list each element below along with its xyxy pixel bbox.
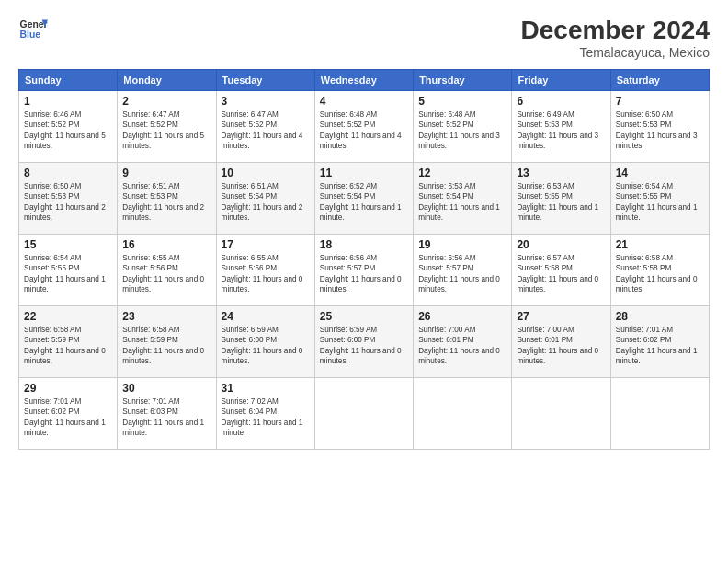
calendar-cell: 25Sunrise: 6:59 AM Sunset: 6:00 PM Dayli…	[314, 305, 413, 377]
calendar-header-row: SundayMondayTuesdayWednesdayThursdayFrid…	[19, 69, 710, 90]
calendar-week-row: 15Sunrise: 6:54 AM Sunset: 5:55 PM Dayli…	[19, 234, 710, 305]
day-number: 3	[222, 95, 310, 108]
calendar-cell	[314, 377, 413, 449]
day-number: 11	[320, 167, 408, 179]
main-title: December 2024	[521, 17, 710, 45]
day-info: Sunrise: 6:50 AM Sunset: 5:53 PM Dayligh…	[616, 109, 704, 152]
calendar-cell: 27Sunrise: 7:00 AM Sunset: 6:01 PM Dayli…	[512, 305, 610, 377]
day-info: Sunrise: 7:00 AM Sunset: 6:01 PM Dayligh…	[418, 325, 506, 367]
day-info: Sunrise: 6:47 AM Sunset: 5:52 PM Dayligh…	[222, 109, 310, 152]
day-info: Sunrise: 6:56 AM Sunset: 5:57 PM Dayligh…	[418, 253, 506, 295]
calendar-cell: 24Sunrise: 6:59 AM Sunset: 6:00 PM Dayli…	[216, 305, 314, 377]
day-info: Sunrise: 6:58 AM Sunset: 5:59 PM Dayligh…	[24, 325, 112, 367]
day-info: Sunrise: 7:01 AM Sunset: 6:02 PM Dayligh…	[24, 396, 112, 439]
day-number: 29	[24, 382, 112, 395]
day-info: Sunrise: 6:58 AM Sunset: 5:58 PM Dayligh…	[616, 253, 704, 295]
day-number: 16	[122, 238, 210, 251]
calendar-weekday-monday: Monday	[118, 69, 216, 90]
day-info: Sunrise: 6:54 AM Sunset: 5:55 PM Dayligh…	[24, 253, 112, 295]
calendar-cell: 14Sunrise: 6:54 AM Sunset: 5:55 PM Dayli…	[610, 162, 709, 234]
calendar-cell: 10Sunrise: 6:51 AM Sunset: 5:54 PM Dayli…	[216, 162, 314, 234]
calendar-cell: 29Sunrise: 7:01 AM Sunset: 6:02 PM Dayli…	[19, 377, 118, 449]
calendar-cell: 15Sunrise: 6:54 AM Sunset: 5:55 PM Dayli…	[19, 234, 118, 305]
day-number: 13	[517, 167, 605, 179]
day-number: 17	[222, 238, 310, 251]
calendar-cell: 2Sunrise: 6:47 AM Sunset: 5:52 PM Daylig…	[118, 90, 216, 162]
day-info: Sunrise: 7:00 AM Sunset: 6:01 PM Dayligh…	[517, 325, 605, 367]
logo-icon: General Blue	[18, 17, 48, 42]
day-number: 21	[616, 238, 704, 251]
day-number: 4	[320, 95, 408, 108]
calendar-table: SundayMondayTuesdayWednesdayThursdayFrid…	[18, 69, 710, 450]
calendar-cell: 23Sunrise: 6:58 AM Sunset: 5:59 PM Dayli…	[118, 305, 216, 377]
day-info: Sunrise: 6:50 AM Sunset: 5:53 PM Dayligh…	[24, 181, 112, 224]
day-number: 10	[222, 167, 310, 179]
calendar-week-row: 8Sunrise: 6:50 AM Sunset: 5:53 PM Daylig…	[19, 162, 710, 234]
calendar-weekday-thursday: Thursday	[414, 69, 512, 90]
svg-text:Blue: Blue	[20, 29, 41, 40]
calendar-weekday-wednesday: Wednesday	[314, 69, 413, 90]
calendar-cell: 12Sunrise: 6:53 AM Sunset: 5:54 PM Dayli…	[414, 162, 512, 234]
calendar-cell: 31Sunrise: 7:02 AM Sunset: 6:04 PM Dayli…	[216, 377, 314, 449]
calendar-cell: 9Sunrise: 6:51 AM Sunset: 5:53 PM Daylig…	[118, 162, 216, 234]
day-info: Sunrise: 6:54 AM Sunset: 5:55 PM Dayligh…	[616, 181, 704, 224]
day-info: Sunrise: 6:49 AM Sunset: 5:53 PM Dayligh…	[517, 109, 605, 152]
day-number: 7	[616, 95, 704, 108]
day-info: Sunrise: 6:55 AM Sunset: 5:56 PM Dayligh…	[122, 253, 210, 295]
calendar-cell: 26Sunrise: 7:00 AM Sunset: 6:01 PM Dayli…	[414, 305, 512, 377]
day-number: 31	[222, 382, 310, 395]
calendar-cell: 28Sunrise: 7:01 AM Sunset: 6:02 PM Dayli…	[610, 305, 709, 377]
day-info: Sunrise: 7:01 AM Sunset: 6:03 PM Dayligh…	[122, 396, 210, 439]
calendar-cell	[414, 377, 512, 449]
calendar-week-row: 22Sunrise: 6:58 AM Sunset: 5:59 PM Dayli…	[19, 305, 710, 377]
calendar-cell: 21Sunrise: 6:58 AM Sunset: 5:58 PM Dayli…	[610, 234, 709, 305]
day-number: 14	[616, 167, 704, 179]
day-number: 19	[418, 238, 506, 251]
day-number: 22	[24, 310, 112, 323]
calendar-cell: 30Sunrise: 7:01 AM Sunset: 6:03 PM Dayli…	[118, 377, 216, 449]
day-info: Sunrise: 6:56 AM Sunset: 5:57 PM Dayligh…	[320, 253, 408, 295]
calendar-cell	[512, 377, 610, 449]
calendar-cell: 1Sunrise: 6:46 AM Sunset: 5:52 PM Daylig…	[19, 90, 118, 162]
day-info: Sunrise: 6:47 AM Sunset: 5:52 PM Dayligh…	[122, 109, 210, 152]
day-info: Sunrise: 6:58 AM Sunset: 5:59 PM Dayligh…	[122, 325, 210, 367]
day-number: 18	[320, 238, 408, 251]
day-info: Sunrise: 6:48 AM Sunset: 5:52 PM Dayligh…	[320, 109, 408, 152]
day-number: 8	[24, 167, 112, 179]
calendar-weekday-sunday: Sunday	[19, 69, 118, 90]
day-number: 24	[222, 310, 310, 323]
calendar-weekday-tuesday: Tuesday	[216, 69, 314, 90]
title-block: December 2024 Temalacayuca, Mexico	[521, 17, 710, 60]
day-number: 12	[418, 167, 506, 179]
calendar-cell: 4Sunrise: 6:48 AM Sunset: 5:52 PM Daylig…	[314, 90, 413, 162]
calendar-cell	[610, 377, 709, 449]
calendar-cell: 17Sunrise: 6:55 AM Sunset: 5:56 PM Dayli…	[216, 234, 314, 305]
day-info: Sunrise: 6:51 AM Sunset: 5:54 PM Dayligh…	[222, 181, 310, 224]
day-number: 30	[122, 382, 210, 395]
calendar-weekday-friday: Friday	[512, 69, 610, 90]
day-info: Sunrise: 7:02 AM Sunset: 6:04 PM Dayligh…	[222, 396, 310, 439]
day-info: Sunrise: 7:01 AM Sunset: 6:02 PM Dayligh…	[616, 325, 704, 367]
day-info: Sunrise: 6:52 AM Sunset: 5:54 PM Dayligh…	[320, 181, 408, 224]
calendar-cell: 19Sunrise: 6:56 AM Sunset: 5:57 PM Dayli…	[414, 234, 512, 305]
day-number: 26	[418, 310, 506, 323]
day-info: Sunrise: 6:48 AM Sunset: 5:52 PM Dayligh…	[418, 109, 506, 152]
logo: General Blue	[18, 17, 48, 42]
subtitle: Temalacayuca, Mexico	[521, 45, 710, 60]
calendar-cell: 16Sunrise: 6:55 AM Sunset: 5:56 PM Dayli…	[118, 234, 216, 305]
calendar-cell: 5Sunrise: 6:48 AM Sunset: 5:52 PM Daylig…	[414, 90, 512, 162]
calendar-cell: 11Sunrise: 6:52 AM Sunset: 5:54 PM Dayli…	[314, 162, 413, 234]
day-number: 5	[418, 95, 506, 108]
day-number: 23	[122, 310, 210, 323]
calendar-cell: 20Sunrise: 6:57 AM Sunset: 5:58 PM Dayli…	[512, 234, 610, 305]
day-info: Sunrise: 6:57 AM Sunset: 5:58 PM Dayligh…	[517, 253, 605, 295]
calendar-cell: 22Sunrise: 6:58 AM Sunset: 5:59 PM Dayli…	[19, 305, 118, 377]
day-number: 9	[122, 167, 210, 179]
day-info: Sunrise: 6:46 AM Sunset: 5:52 PM Dayligh…	[24, 109, 112, 152]
day-info: Sunrise: 6:55 AM Sunset: 5:56 PM Dayligh…	[222, 253, 310, 295]
day-number: 2	[122, 95, 210, 108]
day-info: Sunrise: 6:53 AM Sunset: 5:55 PM Dayligh…	[517, 181, 605, 224]
day-number: 15	[24, 238, 112, 251]
calendar-cell: 8Sunrise: 6:50 AM Sunset: 5:53 PM Daylig…	[19, 162, 118, 234]
calendar-weekday-saturday: Saturday	[610, 69, 709, 90]
